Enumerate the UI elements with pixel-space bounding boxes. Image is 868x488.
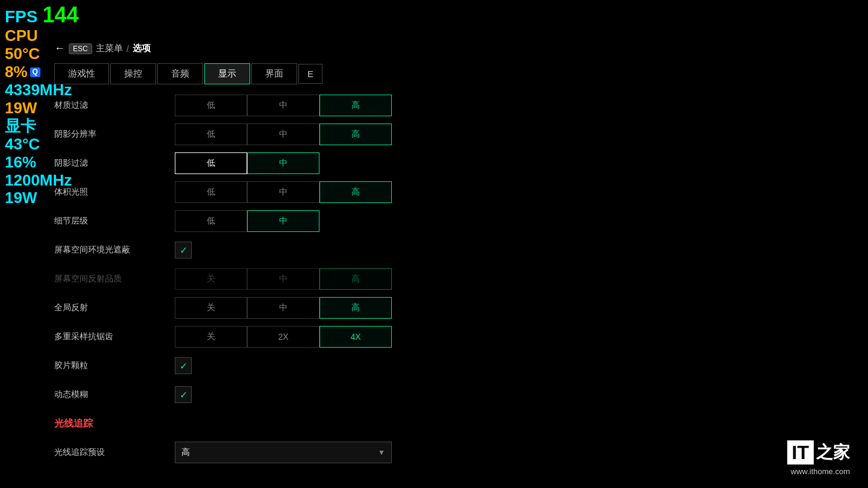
btngroup-texture-filter: 低 中 高 [175, 95, 392, 116]
btn-texture-low[interactable]: 低 [175, 95, 247, 116]
cpu-usage-row: 8% Q [5, 63, 79, 81]
label-ssr-quality: 屏幕空间反射品质 [54, 274, 175, 284]
gpu-temp: 43°C [5, 135, 40, 153]
tab-interface[interactable]: 界面 [251, 63, 297, 84]
setting-texture-filter: 材质过滤 低 中 高 [54, 94, 464, 117]
cpu-temp: 50°C [5, 45, 40, 63]
cpu-freq: 4339MHz [5, 81, 72, 99]
cpu-power: 19W [5, 99, 37, 117]
btn-msaa-off[interactable]: 关 [175, 326, 247, 348]
settings-scroll-area[interactable]: 材质过滤 低 中 高 阴影分辨率 低 中 高 阴影过滤 [54, 94, 464, 468]
btn-gr-mid[interactable]: 中 [247, 297, 319, 319]
btn-gr-off[interactable]: 关 [175, 297, 247, 319]
setting-rt-header: 光线追踪 [54, 412, 464, 435]
label-rt-preset: 光线追踪预设 [54, 447, 175, 458]
btn-volumetric-low[interactable]: 低 [175, 181, 247, 203]
setting-rt-preset: 光线追踪预设 高 ▼ [54, 441, 464, 464]
setting-global-reflect: 全局反射 关 中 高 [54, 296, 464, 319]
btn-shadow-res-low[interactable]: 低 [175, 124, 247, 145]
settings-panel: ← ESC 主菜单 / 选项 游戏性 操控 音频 显示 界面 E 材质过滤 低 … [42, 36, 868, 488]
label-msaa: 多重采样抗锯齿 [54, 331, 175, 342]
btngroup-volumetric: 低 中 高 [175, 181, 392, 203]
btngroup-shadow-filter: 低 中 [175, 152, 319, 174]
btn-msaa-4x[interactable]: 4X [319, 326, 392, 348]
btn-texture-high[interactable]: 高 [319, 95, 392, 116]
gpu-label: 显卡 [5, 117, 36, 135]
tab-e[interactable]: E [298, 64, 322, 84]
btn-lod-low[interactable]: 低 [175, 210, 247, 232]
setting-film-grain: 胶片颗粒 ✓ [54, 354, 464, 377]
gpu-power: 19W [5, 189, 37, 207]
watermark: IT 之家 www.ithome.com [787, 440, 850, 476]
btn-shadow-filter-mid[interactable]: 中 [247, 152, 319, 174]
tab-controls[interactable]: 操控 [110, 63, 156, 84]
btn-ssr-mid[interactable]: 中 [247, 268, 319, 290]
label-global-reflect: 全局反射 [54, 302, 175, 313]
label-rt-header: 光线追踪 [54, 418, 175, 430]
btngroup-shadow-res: 低 中 高 [175, 124, 392, 145]
checkbox-motion-blur[interactable]: ✓ [175, 386, 192, 403]
breadcrumb-separator: / [127, 43, 129, 54]
hud-overlay: FPS 144 CPU 50°C 8% Q 4339MHz 19W 显卡 43°… [0, 0, 84, 210]
q-badge: Q [30, 67, 40, 77]
watermark-logo: IT 之家 [787, 440, 850, 465]
checkbox-film-grain[interactable]: ✓ [175, 357, 192, 374]
btn-shadow-res-high[interactable]: 高 [319, 124, 392, 145]
btn-msaa-2x[interactable]: 2X [247, 326, 319, 348]
setting-lod: 细节层级 低 中 [54, 210, 464, 233]
watermark-url: www.ithome.com [791, 467, 850, 476]
setting-shadow-res: 阴影分辨率 低 中 高 [54, 123, 464, 146]
setting-ssr-quality: 屏幕空间反射品质 关 中 高 [54, 267, 464, 290]
gpu-usage: 16% [5, 153, 36, 171]
setting-msaa: 多重采样抗锯齿 关 2X 4X [54, 325, 464, 348]
cpu-usage-value: 8% [5, 63, 28, 81]
setting-volumetric: 体积光照 低 中 高 [54, 181, 464, 204]
tab-display[interactable]: 显示 [204, 63, 250, 84]
settings-content: 材质过滤 低 中 高 阴影分辨率 低 中 高 阴影过滤 [54, 94, 464, 468]
btn-ssr-off[interactable]: 关 [175, 268, 247, 290]
setting-ssao: 屏幕空间环境光遮蔽 ✓ [54, 239, 464, 261]
checkbox-film-grain-box[interactable]: ✓ [175, 357, 192, 374]
fps-value: 144 [42, 2, 78, 27]
dropdown-rt-preset-value: 高 [181, 447, 190, 458]
tabs-bar: 游戏性 操控 音频 显示 界面 E [54, 63, 856, 84]
btngroup-lod: 低 中 [175, 210, 319, 232]
label-ssao: 屏幕空间环境光遮蔽 [54, 245, 175, 255]
checkbox-ssao-box[interactable]: ✓ [175, 242, 192, 258]
btngroup-global-reflect: 关 中 高 [175, 297, 392, 319]
btn-shadow-filter-low[interactable]: 低 [175, 152, 247, 174]
btn-shadow-res-mid[interactable]: 中 [247, 124, 319, 145]
btngroup-ssr-quality: 关 中 高 [175, 268, 392, 290]
checkbox-motion-blur-box[interactable]: ✓ [175, 386, 192, 403]
btn-ssr-high[interactable]: 高 [319, 268, 392, 290]
dropdown-rt-preset[interactable]: 高 ▼ [175, 442, 392, 463]
watermark-it-text: IT [787, 440, 814, 465]
btn-lod-mid[interactable]: 中 [247, 210, 319, 232]
cpu-label: CPU [5, 27, 38, 45]
label-lod: 细节层级 [54, 216, 175, 227]
btn-gr-high[interactable]: 高 [319, 297, 392, 319]
checkbox-ssao[interactable]: ✓ [175, 242, 192, 258]
tab-audio[interactable]: 音频 [157, 63, 203, 84]
gpu-freq: 1200MHz [5, 171, 72, 189]
fps-label: FPS [5, 7, 37, 27]
setting-shadow-filter: 阴影过滤 低 中 [54, 152, 464, 175]
setting-motion-blur: 动态模糊 ✓ [54, 383, 464, 406]
btn-volumetric-high[interactable]: 高 [319, 181, 392, 203]
breadcrumb-current: 选项 [133, 43, 151, 54]
label-motion-blur: 动态模糊 [54, 389, 175, 400]
btn-texture-mid[interactable]: 中 [247, 95, 319, 116]
btngroup-msaa: 关 2X 4X [175, 326, 392, 348]
watermark-zh-text: 之家 [816, 441, 850, 464]
btn-volumetric-mid[interactable]: 中 [247, 181, 319, 203]
main-menu-link[interactable]: 主菜单 [96, 43, 123, 54]
breadcrumb: ← ESC 主菜单 / 选项 [54, 42, 856, 55]
dropdown-arrow-icon: ▼ [378, 448, 385, 457]
label-film-grain: 胶片颗粒 [54, 360, 175, 371]
